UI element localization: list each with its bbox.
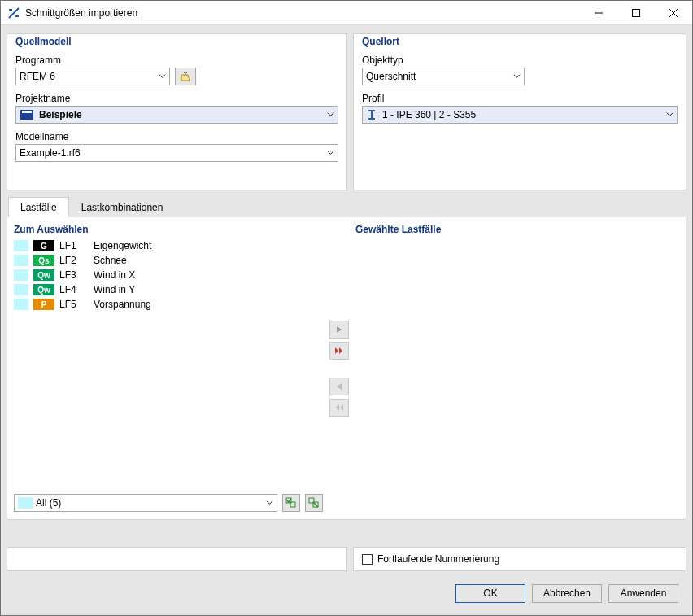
loadcase-badge: Qw (33, 269, 54, 281)
continuous-numbering-checkbox[interactable]: Fortlaufende Nummerierung (362, 553, 499, 565)
deselect-all-button[interactable] (305, 494, 323, 512)
chevron-down-icon (327, 109, 334, 120)
project-icon (20, 109, 34, 120)
source-location-group: Quellort Objekttyp Querschnitt Profil 1 … (353, 33, 686, 190)
svg-rect-0 (633, 9, 640, 16)
loadcase-name: Schnee (94, 255, 127, 266)
loadcase-id: LF3 (59, 269, 89, 281)
selected-title: Gewählte Lastfälle (355, 224, 679, 235)
available-pane: Zum Auswählen GLF1EigengewichtQsLF2Schne… (14, 224, 323, 513)
program-value: RFEM 6 (20, 71, 55, 82)
loadcase-section: Lastfälle Lastkombinationen Zum Auswähle… (7, 196, 686, 541)
program-label: Programm (15, 55, 338, 66)
cancel-button[interactable]: Abbrechen (532, 584, 602, 603)
profile-select[interactable]: 1 - IPE 360 | 2 - S355 (362, 106, 678, 124)
select-all-button[interactable] (282, 494, 300, 512)
move-right-button[interactable] (329, 321, 349, 339)
dialog-body: Quellmodell Programm RFEM 6 Projektname (1, 25, 692, 615)
color-swatch (14, 269, 28, 281)
loadcase-badge: Qw (33, 284, 54, 295)
list-item[interactable]: GLF1Eigengewicht (14, 238, 323, 253)
move-buttons (328, 224, 351, 513)
list-item[interactable]: QsLF2Schnee (14, 253, 323, 268)
open-file-button[interactable] (175, 68, 196, 85)
project-select[interactable]: Beispiele (15, 106, 338, 124)
move-left-button[interactable] (329, 378, 349, 395)
project-label: Projektname (15, 93, 338, 104)
move-all-left-button[interactable] (329, 399, 349, 417)
loadcase-name: Vorspannung (94, 299, 151, 310)
profile-label: Profil (362, 93, 678, 104)
profile-value: 1 - IPE 360 | 2 - S355 (382, 109, 476, 120)
loadcase-badge: G (33, 240, 54, 251)
color-swatch (14, 255, 28, 266)
apply-button[interactable]: Anwenden (608, 584, 678, 603)
loadcase-id: LF2 (59, 255, 89, 266)
i-section-icon (366, 109, 377, 120)
source-model-group: Quellmodell Programm RFEM 6 Projektname (7, 33, 347, 190)
loadcase-name: Wind in X (94, 269, 135, 281)
loadcase-name: Wind in Y (94, 284, 135, 295)
chevron-down-icon (266, 497, 273, 509)
ok-button[interactable]: OK (455, 584, 525, 603)
loadcase-id: LF4 (59, 284, 89, 295)
selected-list[interactable] (355, 235, 679, 513)
available-list[interactable]: GLF1EigengewichtQsLF2SchneeQwLF3Wind in … (14, 238, 323, 493)
bottom-left-box (7, 547, 347, 571)
top-row: Quellmodell Programm RFEM 6 Projektname (7, 33, 686, 190)
color-swatch (14, 240, 28, 251)
move-all-right-button[interactable] (329, 342, 349, 360)
color-swatch (14, 284, 28, 295)
objtype-label: Objekttyp (362, 55, 678, 66)
filter-select[interactable]: All (5) (14, 494, 277, 512)
chevron-down-icon (666, 109, 673, 120)
checkbox-icon (362, 554, 373, 565)
tab-combinations[interactable]: Lastkombinationen (69, 197, 176, 217)
minimize-button[interactable] (580, 1, 617, 25)
loadcase-badge: Qs (33, 255, 54, 266)
loadcase-id: LF1 (59, 240, 89, 251)
loadcase-id: LF5 (59, 299, 89, 310)
list-item[interactable]: QwLF3Wind in X (14, 268, 323, 282)
filter-swatch (18, 497, 33, 509)
window-title: Schnittgrößen importieren (25, 7, 144, 19)
dialog-footer: OK Abbrechen Anwenden (7, 577, 686, 609)
color-swatch (14, 299, 28, 310)
loadcase-name: Eigengewicht (94, 240, 151, 251)
titlebar: Schnittgrößen importieren (1, 1, 692, 25)
available-title: Zum Auswählen (14, 224, 323, 235)
filter-value: All (5) (36, 497, 61, 509)
maximize-button[interactable] (617, 1, 655, 25)
list-item[interactable]: QwLF4Wind in Y (14, 282, 323, 297)
lists-container: Zum Auswählen GLF1EigengewichtQsLF2Schne… (7, 217, 686, 520)
model-label: Modellname (15, 131, 338, 142)
chevron-down-icon (159, 71, 166, 82)
selected-pane: Gewählte Lastfälle (355, 224, 679, 513)
model-select[interactable]: Example-1.rf6 (15, 144, 338, 162)
source-location-title: Quellort (362, 36, 678, 47)
list-item[interactable]: PLF5Vorspannung (14, 297, 323, 312)
loadcase-badge: P (33, 299, 54, 310)
program-select[interactable]: RFEM 6 (15, 68, 170, 85)
chevron-down-icon (513, 71, 521, 82)
chevron-down-icon (327, 147, 334, 159)
tabbar: Lastfälle Lastkombinationen (7, 196, 686, 217)
tab-loadcases[interactable]: Lastfälle (8, 197, 69, 217)
close-button[interactable] (655, 1, 692, 25)
bottom-row: Fortlaufende Nummerierung (7, 547, 686, 571)
app-icon (7, 7, 20, 20)
dialog-window: Schnittgrößen importieren Quellmodell Pr… (0, 0, 693, 616)
bottom-right-box: Fortlaufende Nummerierung (353, 547, 686, 571)
objtype-select[interactable]: Querschnitt (362, 68, 525, 85)
objtype-value: Querschnitt (366, 71, 416, 82)
source-model-title: Quellmodell (15, 36, 338, 47)
model-value: Example-1.rf6 (20, 147, 81, 159)
continuous-numbering-label: Fortlaufende Nummerierung (377, 553, 499, 565)
project-value: Beispiele (39, 109, 82, 120)
filter-row: All (5) (14, 493, 323, 513)
